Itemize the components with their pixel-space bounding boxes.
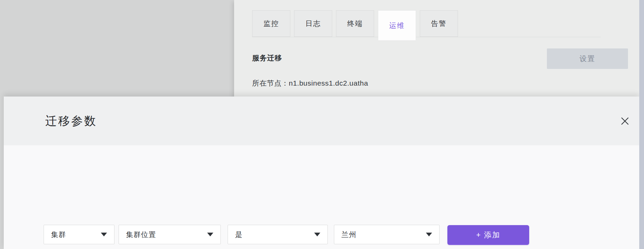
section-title-service-migration: 服务迁移 [252, 53, 282, 63]
dropdown-value[interactable]: 兰州 [334, 225, 440, 244]
tab-alerts[interactable]: 告警 [420, 10, 458, 37]
tab-terminal[interactable]: 终端 [336, 10, 374, 37]
chevron-down-icon [426, 233, 432, 236]
chevron-down-icon [207, 233, 213, 236]
x-icon [621, 117, 629, 125]
dropdown-operator-value: 是 [235, 230, 243, 239]
close-button[interactable] [618, 114, 632, 128]
current-node-line: 所在节点：n1.business1.dc2.uatha [252, 78, 368, 88]
chevron-down-icon [314, 233, 320, 236]
current-node-label: 所在节点： [252, 79, 289, 87]
add-button[interactable]: + 添加 [447, 225, 529, 245]
migration-params-modal: 迁移参数 集群 集群位置 是 兰州 + 添加 [4, 97, 639, 249]
dropdown-value-value: 兰州 [341, 230, 356, 239]
tabbar: 监控 日志 终端 运维 告警 [252, 10, 458, 40]
dropdown-cluster-value: 集群 [51, 230, 66, 239]
settings-button[interactable]: 设置 [547, 48, 628, 69]
tab-operations[interactable]: 运维 [378, 10, 416, 40]
modal-header: 迁移参数 [4, 97, 639, 145]
dropdown-operator[interactable]: 是 [228, 225, 328, 244]
scrollbar[interactable] [639, 0, 644, 249]
dropdown-cluster-location-value: 集群位置 [126, 230, 156, 239]
modal-body: 集群 集群位置 是 兰州 + 添加 [4, 145, 639, 249]
dropdown-cluster-location[interactable]: 集群位置 [119, 225, 221, 244]
chevron-down-icon [101, 233, 107, 236]
dropdown-cluster[interactable]: 集群 [44, 225, 114, 244]
modal-title: 迁移参数 [45, 113, 97, 129]
current-node-value: n1.business1.dc2.uatha [289, 79, 368, 87]
tab-monitoring[interactable]: 监控 [252, 10, 290, 37]
tab-logs[interactable]: 日志 [294, 10, 332, 37]
